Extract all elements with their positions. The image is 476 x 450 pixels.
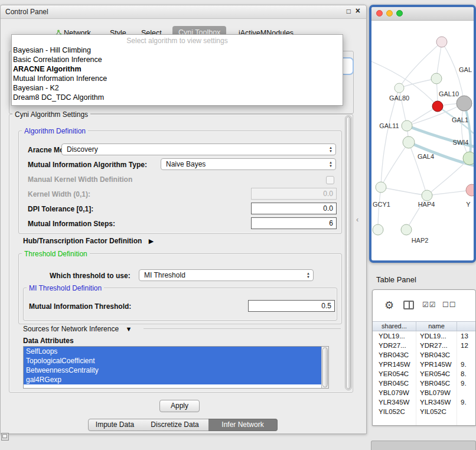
node-hap4[interactable]: [422, 190, 432, 201]
attribute-item-selected[interactable]: BetweennessCentrality: [24, 366, 321, 375]
which-threshold-select[interactable]: MI Threshold ▲▼: [139, 269, 314, 281]
expanded-arrow-icon[interactable]: ▼: [125, 325, 132, 332]
attribute-item-selected[interactable]: SelfLoops: [24, 347, 321, 356]
bottom-panel-fragment: [371, 441, 476, 450]
table-row[interactable]: YBL079WYBL079W: [373, 388, 475, 397]
control-panel-titlebar: Control Panel □ ×: [1, 5, 366, 19]
node-label: GAL1: [452, 116, 468, 123]
network-view-window[interactable]: GAL GAL80 GAL10 GAL1 GAL11 SWI4 GAL4 GCY…: [369, 5, 476, 263]
dpi-tolerance-field[interactable]: 0.0: [251, 203, 337, 214]
minimized-panel-icon[interactable]: [1, 433, 9, 441]
tab-infer-network[interactable]: Infer Network: [208, 419, 278, 431]
node-label: SWI4: [453, 139, 469, 146]
kernel-width-label: Kernel Width (0,1):: [28, 190, 90, 198]
hub-section-toggle[interactable]: Hub/Transcription Factor Definition ▶: [23, 237, 154, 245]
algorithm-option[interactable]: Bayesian - Hill Climbing: [12, 45, 343, 55]
float-window-icon[interactable]: □: [347, 7, 351, 15]
table-panel-title: Table Panel: [376, 275, 416, 284]
node-label: GAL10: [439, 90, 459, 97]
node-gal1[interactable]: [457, 96, 472, 111]
network-node-labels: GAL GAL80 GAL10 GAL1 GAL11 SWI4 GAL4 GCY…: [373, 66, 472, 244]
minimize-traffic-light[interactable]: [386, 10, 393, 17]
network-node[interactable]: [431, 73, 442, 84]
node-gal80[interactable]: [395, 83, 404, 93]
node-label: HAP4: [418, 201, 435, 208]
manual-kernel-label: Manual Kernel Width Definition: [28, 175, 132, 184]
panel-title: Control Panel: [5, 8, 48, 16]
algorithm-option[interactable]: Bayesian - K2: [12, 83, 343, 93]
node-label: GCY1: [373, 201, 390, 208]
close-traffic-light[interactable]: [376, 10, 383, 17]
table-panel-window: ⚙ ☑☑ ☐☐ shared... name YDL19...YDL19...1…: [372, 289, 476, 426]
mi-algorithm-type-select[interactable]: Naive Bayes ▲▼: [161, 158, 336, 170]
table-row[interactable]: YBR045CYBR045C9.: [373, 379, 475, 388]
attribute-item-selected[interactable]: TopologicalCoefficient: [24, 356, 321, 366]
mi-threshold-group-title: MI Threshold Definition: [27, 284, 104, 292]
column-layout-icon[interactable]: [403, 301, 414, 309]
node-swi4[interactable]: [463, 152, 474, 165]
mi-threshold-label: Mutual Information Threshold:: [29, 302, 131, 311]
manual-kernel-checkbox[interactable]: [326, 176, 334, 184]
algorithm-option[interactable]: Dream8 DC_TDC Algorithm: [12, 93, 343, 102]
tab-discretize-data[interactable]: Discretize Data: [141, 419, 209, 431]
sources-section-toggle[interactable]: Sources for Network Inference ▼: [23, 325, 132, 333]
zoom-traffic-light[interactable]: [396, 10, 403, 17]
gear-icon[interactable]: ⚙: [384, 299, 394, 312]
mi-steps-field[interactable]: 6: [251, 217, 337, 229]
scrollbar-thumb[interactable]: [322, 347, 328, 387]
mi-threshold-field[interactable]: 0.5: [248, 300, 335, 312]
node-gal4[interactable]: [403, 136, 415, 148]
clear-all-columns-icon[interactable]: ☐☐: [442, 301, 457, 309]
settings-group-title: Cyni Algorithm Settings: [12, 110, 90, 119]
attributes-list-scrollbar[interactable]: [321, 347, 328, 388]
node-hap2[interactable]: [401, 224, 412, 235]
table-row[interactable]: YDL19...YDL19...13: [373, 331, 475, 341]
node-label: GAL11: [379, 122, 399, 129]
node-gal10[interactable]: [432, 101, 443, 112]
dropdown-placeholder: Select algorithm to view settings: [12, 36, 343, 45]
settings-scrollbar[interactable]: [345, 115, 352, 390]
data-attributes-label: Data Attributes: [23, 337, 74, 345]
aracne-mode-value: Discovery: [67, 145, 98, 154]
node-label: GAL: [459, 66, 472, 73]
data-attributes-list[interactable]: SelfLoops TopologicalCoefficient Between…: [23, 346, 329, 389]
collapsed-arrow-icon[interactable]: ▶: [149, 237, 154, 244]
attribute-item-selected[interactable]: gal4RGexp: [24, 375, 321, 384]
column-header-extra[interactable]: [457, 322, 475, 331]
splitter-collapse-arrow[interactable]: ‹: [356, 215, 358, 224]
combo-arrows-icon: ▲▼: [329, 146, 332, 153]
algorithm-option-selected[interactable]: ARACNE Algorithm: [12, 64, 343, 74]
sources-groupbox-line: [144, 328, 341, 329]
aracne-mode-select[interactable]: Discovery ▲▼: [61, 144, 336, 155]
table-row[interactable]: YBR043CYBR043C: [373, 350, 475, 360]
scrollbar-thumb[interactable]: [346, 116, 351, 389]
table-row[interactable]: YIL052CYIL052C: [373, 407, 475, 416]
desktop: Control Panel □ × Network Style Select C…: [0, 0, 476, 450]
table-row[interactable]: YER054CYER054C8.: [373, 369, 475, 379]
apply-button[interactable]: Apply: [159, 400, 200, 412]
column-header-name[interactable]: name: [416, 322, 457, 331]
network-graph[interactable]: GAL GAL80 GAL10 GAL1 GAL11 SWI4 GAL4 GCY…: [371, 20, 474, 260]
network-window-titlebar[interactable]: [371, 7, 474, 21]
node-gal11[interactable]: [402, 120, 412, 131]
combo-arrows-icon: ▲▼: [307, 272, 310, 279]
table-row[interactable]: YDR27...YDR27...12: [373, 341, 475, 350]
algorithm-option[interactable]: Basic Correlation Inference: [12, 55, 343, 64]
close-window-icon[interactable]: ×: [356, 6, 360, 15]
network-node[interactable]: [373, 224, 383, 235]
node-gcy1[interactable]: [376, 182, 386, 193]
table-row[interactable]: YLR345WYLR345W9.: [373, 397, 475, 407]
tab-impute-data[interactable]: Impute Data: [88, 419, 142, 431]
algorithm-option[interactable]: Mutual Information Inference: [12, 74, 343, 83]
column-header-shared-name[interactable]: shared...: [373, 322, 416, 331]
minimized-panel-icon-inner: [2, 434, 7, 438]
network-node[interactable]: [466, 184, 474, 196]
select-all-columns-icon[interactable]: ☑☑: [422, 301, 436, 309]
mi-algorithm-type-label: Mutual Information Algorithm Type:: [28, 161, 147, 169]
control-panel-window: Control Panel □ × Network Style Select C…: [0, 5, 367, 434]
network-node[interactable]: [436, 37, 447, 47]
which-threshold-value: MI Threshold: [144, 271, 185, 279]
node-label: GAL80: [389, 94, 409, 102]
table-row[interactable]: YPR145WYPR145W9.: [373, 360, 475, 369]
threshold-definition-title: Threshold Definition: [22, 250, 90, 258]
